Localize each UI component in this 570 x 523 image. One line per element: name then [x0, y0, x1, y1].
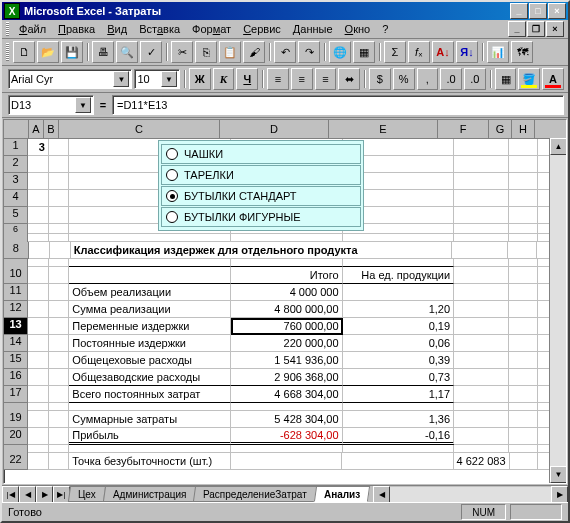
row-header[interactable]: 20 [4, 428, 28, 445]
menu-edit[interactable]: Правка [52, 21, 101, 37]
doc-restore-button[interactable]: ❐ [527, 21, 545, 37]
col-header-F[interactable]: F [438, 120, 489, 138]
select-all-corner[interactable] [4, 120, 29, 138]
redo-button[interactable]: ↷ [298, 41, 320, 63]
row-header[interactable]: 1 [4, 139, 28, 156]
cell[interactable]: 4 800 000,00 [231, 301, 342, 318]
align-center-button[interactable]: ≡ [291, 68, 313, 90]
radio-option-plates[interactable]: ТАРЕЛКИ [161, 165, 361, 185]
cell[interactable]: Всего постоянных затрат [69, 386, 231, 403]
cell[interactable]: 0,06 [343, 335, 454, 352]
vertical-scrollbar[interactable]: ▲ ▼ [549, 138, 566, 483]
sort-desc-button[interactable]: Я↓ [456, 41, 478, 63]
fill-color-button[interactable]: 🪣 [518, 68, 540, 90]
cell[interactable]: 1,17 [343, 386, 454, 403]
font-color-button[interactable]: A [542, 68, 564, 90]
maximize-button[interactable]: □ [529, 3, 547, 19]
radio-option-bottles-figured[interactable]: БУТЫЛКИ ФИГУРНЫЕ [161, 207, 361, 227]
menu-data[interactable]: Данные [287, 21, 339, 37]
font-size-combo[interactable]: 10 ▼ [134, 69, 179, 89]
cell[interactable]: 1,20 [343, 301, 454, 318]
hyperlink-button[interactable]: 🌐 [329, 41, 351, 63]
cell[interactable]: 4 622 083 [454, 453, 510, 470]
cell[interactable]: Точка безубыточности (шт.) [69, 453, 231, 470]
menu-window[interactable]: Окно [339, 21, 377, 37]
col-header-G[interactable]: G [489, 120, 512, 138]
scroll-down-button[interactable]: ▼ [550, 466, 567, 483]
col-header-C[interactable]: C [59, 120, 220, 138]
cell[interactable]: Суммарные затраты [69, 411, 231, 428]
scroll-up-button[interactable]: ▲ [550, 138, 567, 155]
row-header[interactable]: 15 [4, 352, 28, 369]
print-preview-button[interactable]: 🔍 [116, 41, 138, 63]
name-box[interactable]: D13 ▼ [8, 95, 94, 115]
row-header[interactable]: 17 [4, 386, 28, 403]
heading[interactable]: Классификация издержек для отдельного пр… [71, 242, 452, 259]
col-header-H[interactable]: H [512, 120, 535, 138]
sheet-tab[interactable]: Администрация [103, 486, 197, 502]
align-right-button[interactable]: ≡ [315, 68, 337, 90]
row-header[interactable]: 11 [4, 284, 28, 301]
row-header[interactable]: 2 [4, 156, 28, 173]
cell[interactable]: 4 000 000 [231, 284, 342, 301]
cell[interactable]: 4 668 304,00 [231, 386, 342, 403]
new-button[interactable]: 🗋 [13, 41, 35, 63]
cell[interactable]: -628 304,00 [231, 428, 342, 445]
menu-tools[interactable]: Сервис [237, 21, 287, 37]
undo-button[interactable]: ↶ [274, 41, 296, 63]
sheet-tab[interactable]: РаспределениеЗатрат [193, 486, 317, 502]
formula-input[interactable]: =D11*E13 [112, 95, 564, 115]
format-painter-button[interactable]: 🖌 [243, 41, 265, 63]
sort-asc-button[interactable]: А↓ [432, 41, 454, 63]
save-button[interactable]: 💾 [61, 41, 83, 63]
spellcheck-button[interactable]: ✓ [140, 41, 162, 63]
cell[interactable]: Общецеховые расходы [69, 352, 231, 369]
cell-active[interactable]: 760 000,00 [231, 318, 342, 335]
col-header-A[interactable]: A [29, 120, 44, 138]
scroll-track[interactable] [550, 155, 566, 466]
tab-scroll-prev-button[interactable]: ◀ [19, 486, 36, 503]
borders-button[interactable]: ▦ [495, 68, 517, 90]
scroll-left-button[interactable]: ◀ [373, 486, 390, 503]
radio-option-bottles-standard[interactable]: БУТЫЛКИ СТАНДАРТ [161, 186, 361, 206]
menu-help[interactable]: ? [376, 21, 394, 37]
cell[interactable]: 0,73 [343, 369, 454, 386]
open-button[interactable]: 📂 [37, 41, 59, 63]
cell[interactable]: Переменные издержки [69, 318, 231, 335]
chart-wizard-button[interactable]: 📊 [487, 41, 509, 63]
decrease-decimal-button[interactable]: .0 [464, 68, 486, 90]
minimize-button[interactable]: _ [510, 3, 528, 19]
function-button[interactable]: fₓ [408, 41, 430, 63]
copy-button[interactable]: ⎘ [195, 41, 217, 63]
increase-decimal-button[interactable]: .0 [440, 68, 462, 90]
col-header-E[interactable]: E [329, 120, 438, 138]
cut-button[interactable]: ✂ [171, 41, 193, 63]
currency-button[interactable]: $ [369, 68, 391, 90]
chevron-down-icon[interactable]: ▼ [113, 71, 129, 87]
menu-file[interactable]: Файл [13, 21, 52, 37]
cell[interactable]: 2 906 368,00 [231, 369, 342, 386]
cell[interactable]: Постоянные издержки [69, 335, 231, 352]
cell[interactable]: 3 [28, 139, 49, 156]
menu-view[interactable]: Вид [101, 21, 133, 37]
chevron-down-icon[interactable]: ▼ [75, 97, 91, 113]
menu-format[interactable]: Формат [186, 21, 237, 37]
row-header[interactable]: 4 [4, 190, 28, 207]
row-header[interactable]: 14 [4, 335, 28, 352]
row-header[interactable]: 10 [4, 267, 28, 284]
row-header[interactable]: 8 [4, 242, 29, 259]
col-header-B[interactable]: B [44, 120, 59, 138]
grid-body[interactable]: 13 2 3 4 5 6 8Классификация издержек для… [4, 139, 566, 470]
autosum-button[interactable]: Σ [384, 41, 406, 63]
map-button[interactable]: 🗺 [511, 41, 533, 63]
cell[interactable]: Прибыль [69, 428, 231, 445]
radio-option-cups[interactable]: ЧАШКИ [161, 144, 361, 164]
cell[interactable]: Итого [231, 267, 342, 284]
percent-button[interactable]: % [393, 68, 415, 90]
scroll-track[interactable] [390, 487, 551, 502]
row-header[interactable]: 5 [4, 207, 28, 224]
scroll-right-button[interactable]: ▶ [551, 486, 568, 503]
cell[interactable] [343, 284, 454, 301]
col-header-D[interactable]: D [220, 120, 329, 138]
merge-center-button[interactable]: ⬌ [338, 68, 360, 90]
